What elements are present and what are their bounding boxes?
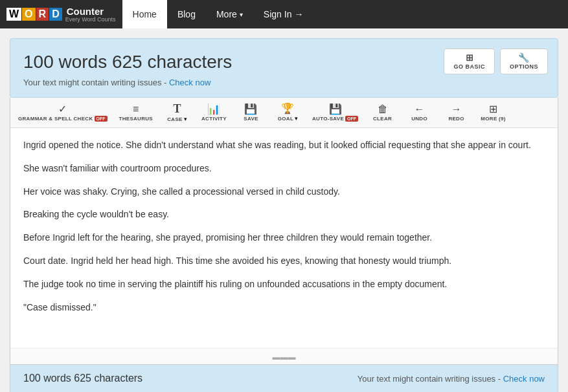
case-button[interactable]: T CASE ▾ bbox=[159, 100, 195, 125]
checkmark-icon: ✓ bbox=[58, 104, 67, 114]
check-now-link-header[interactable]: Check now bbox=[169, 78, 210, 87]
nav-blog[interactable]: Blog bbox=[167, 0, 206, 28]
nav-signin[interactable]: Sign In → bbox=[253, 0, 314, 28]
auto-save-button[interactable]: 💾 AUTO-SAVE OFF bbox=[307, 100, 363, 125]
clear-icon: 🗑 bbox=[378, 104, 388, 114]
nav-more[interactable]: More ▾ bbox=[206, 0, 253, 28]
paragraph-7: The judge took no time in serving the pl… bbox=[23, 277, 545, 292]
auto-save-icon: 💾 bbox=[329, 104, 342, 114]
main-container: 100 words 625 characters Your text might… bbox=[0, 28, 568, 392]
save-button[interactable]: 💾 SAVE bbox=[233, 100, 269, 125]
paragraph-3: Her voice was shaky. Crying, she called … bbox=[23, 184, 545, 200]
scroll-indicator: ▬▬▬ bbox=[10, 348, 558, 364]
brand-letter-d: D bbox=[49, 8, 62, 21]
brand-letter-w: W bbox=[6, 8, 21, 21]
editor-container: ✓ GRAMMAR & SPELL CHECK OFF ≡ THESAURUS … bbox=[10, 98, 558, 365]
options-icon: 🔧 bbox=[518, 53, 529, 62]
redo-button[interactable]: → REDO bbox=[438, 100, 474, 125]
nav-links: Home Blog More ▾ Sign In → bbox=[122, 0, 314, 28]
goal-button[interactable]: 🏆 GOAL ▾ bbox=[270, 100, 306, 125]
check-now-link-bottom[interactable]: Check now bbox=[503, 374, 545, 384]
thesaurus-button[interactable]: ≡ THESAURUS bbox=[114, 100, 158, 125]
signin-arrow-icon: → bbox=[294, 9, 303, 19]
scroll-handle-icon: ▬▬▬ bbox=[273, 353, 296, 362]
grammar-off-badge: OFF bbox=[95, 116, 108, 122]
bottom-bar: 100 words 625 characters Your text might… bbox=[10, 365, 558, 392]
thesaurus-icon: ≡ bbox=[133, 104, 139, 114]
more-caret-icon: ▾ bbox=[240, 11, 243, 18]
brand-letter-o: O bbox=[22, 8, 35, 21]
undo-icon: ← bbox=[415, 104, 425, 114]
undo-button[interactable]: ← UNDO bbox=[402, 100, 437, 125]
brand-tagline: Every Word Counts bbox=[65, 17, 116, 23]
brand-letter-r: R bbox=[36, 8, 49, 21]
go-basic-icon: ⊞ bbox=[466, 53, 473, 62]
paragraph-5: Before Ingrid left for the hearing, she … bbox=[23, 230, 545, 246]
goal-caret-icon: ▾ bbox=[295, 115, 298, 122]
case-icon: T bbox=[173, 103, 181, 114]
paragraph-8: "Case dismissed." bbox=[23, 300, 545, 316]
case-caret-icon: ▾ bbox=[184, 116, 187, 122]
brand-name: Counter bbox=[67, 6, 116, 17]
options-button[interactable]: 🔧 OPTIONS bbox=[500, 49, 548, 74]
auto-save-off-badge: OFF bbox=[345, 116, 358, 122]
bottom-writing-issues: Your text might contain writing issues -… bbox=[358, 374, 545, 384]
redo-icon: → bbox=[451, 104, 462, 114]
paragraph-6: Court date. Ingrid held her head high. T… bbox=[23, 254, 545, 269]
more-button[interactable]: ⊞ MORE (9) bbox=[475, 100, 511, 125]
go-basic-button[interactable]: ⊞ GO BASIC bbox=[444, 49, 495, 74]
more-icon: ⊞ bbox=[489, 104, 497, 114]
toolbar: ✓ GRAMMAR & SPELL CHECK OFF ≡ THESAURUS … bbox=[10, 98, 558, 128]
word-count-header: 100 words 625 characters Your text might… bbox=[10, 38, 558, 98]
header-buttons: ⊞ GO BASIC 🔧 OPTIONS bbox=[444, 49, 548, 74]
grammar-spell-check-button[interactable]: ✓ GRAMMAR & SPELL CHECK OFF bbox=[13, 100, 113, 125]
paragraph-2: She wasn't familiar with courtroom proce… bbox=[23, 161, 545, 177]
brand-logo[interactable]: WORD Counter Every Word Counts bbox=[0, 0, 122, 28]
bottom-word-count: 100 words 625 characters bbox=[23, 373, 142, 384]
nav-home[interactable]: Home bbox=[122, 0, 167, 28]
goal-icon: 🏆 bbox=[281, 103, 294, 114]
clear-button[interactable]: 🗑 CLEAR bbox=[365, 100, 400, 125]
text-area[interactable]: Ingrid opened the notice. She didn't und… bbox=[10, 128, 558, 348]
writing-issues-header: Your text might contain writing issues -… bbox=[23, 78, 545, 87]
navbar: WORD Counter Every Word Counts Home Blog… bbox=[0, 0, 568, 28]
activity-button[interactable]: 📊 ACTIVITY bbox=[196, 100, 232, 125]
paragraph-1: Ingrid opened the notice. She didn't und… bbox=[23, 138, 545, 153]
activity-icon: 📊 bbox=[207, 104, 220, 114]
save-icon: 💾 bbox=[244, 104, 257, 114]
paragraph-4: Breaking the cycle wouldn't be easy. bbox=[23, 207, 545, 223]
